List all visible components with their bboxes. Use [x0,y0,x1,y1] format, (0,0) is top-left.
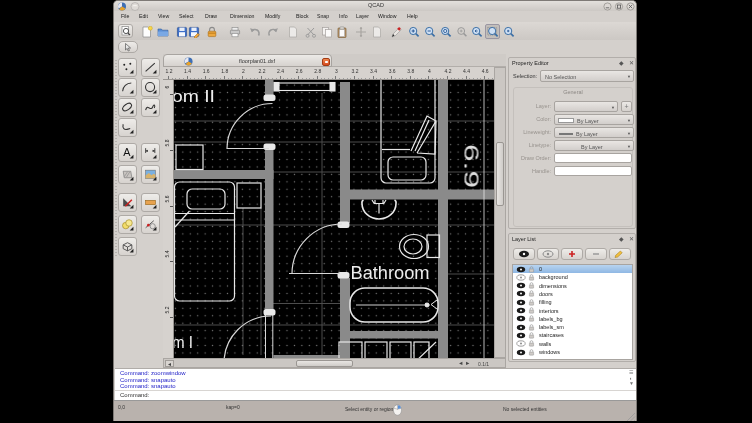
svg-text:6.9: 6.9 [461,144,483,188]
svg-text:A: A [123,146,131,158]
svg-text:om II: om II [174,87,215,106]
svg-text:Bathroom: Bathroom [351,263,430,283]
svg-text:m I: m I [174,333,193,352]
